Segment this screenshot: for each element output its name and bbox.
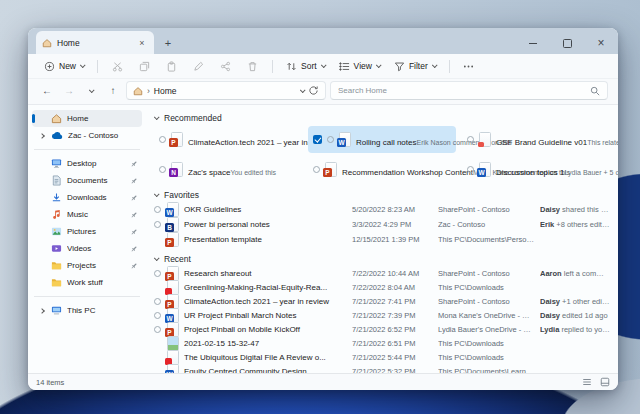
file-name: 2021-02-15 15-32-47 — [184, 339, 352, 348]
copy-button[interactable] — [132, 58, 157, 75]
window-controls — [516, 31, 618, 55]
expand-chevron-icon[interactable] — [38, 309, 46, 313]
sync-status-icon — [154, 270, 161, 277]
sidebar-item-music[interactable]: Music — [32, 206, 142, 223]
file-row[interactable]: Equity Centred Community Design 7/21/202… — [154, 364, 610, 373]
chevron-down-icon — [320, 62, 326, 68]
section-header-recommended[interactable]: Recommended — [154, 110, 610, 125]
sidebar-item-documents[interactable]: Documents — [32, 172, 142, 189]
file-row[interactable]: The Ubiquitous Digital File A Review o..… — [154, 350, 610, 364]
paste-icon — [166, 61, 177, 72]
details-view-icon[interactable] — [582, 377, 592, 387]
file-row[interactable]: Greenlining-Making-Racial-Equity-Rea... … — [154, 280, 610, 294]
large-icons-view-icon[interactable] — [600, 377, 610, 387]
minimize-button[interactable] — [516, 31, 550, 55]
filter-icon — [394, 61, 405, 72]
sidebar-item-downloads[interactable]: Downloads — [32, 189, 142, 206]
breadcrumb-item-home[interactable]: Home — [154, 86, 177, 96]
recommended-card[interactable]: ClimateAction.tech 2021 – year in...Dais… — [154, 126, 302, 153]
recommended-card[interactable]: Recommendation Workshop ContentMona Kane… — [308, 156, 456, 183]
file-name: Presentation template — [184, 235, 352, 244]
sidebar-item-desktop[interactable]: Desktop — [32, 155, 142, 172]
chevron-down-icon — [376, 62, 382, 68]
sidebar-item-work-stuff[interactable]: Work stuff — [32, 274, 142, 291]
file-row[interactable]: ClimateAction.tech 2021 – year in review… — [154, 294, 610, 308]
new-button[interactable]: New — [38, 58, 90, 75]
collapse-chevron-icon[interactable] — [154, 114, 160, 120]
file-location: This PC\Downloads — [438, 283, 540, 292]
file-row[interactable]: 2021-02-15 15-32-47 7/21/2022 6:51 PM Th… — [154, 336, 610, 350]
sidebar-item-videos[interactable]: Videos — [32, 240, 142, 257]
activity-actor: Daisy — [540, 297, 560, 306]
breadcrumb[interactable]: Home — [126, 81, 326, 100]
close-button[interactable] — [584, 31, 618, 55]
file-location: SharePoint - Contoso — [438, 205, 540, 214]
expand-chevron-icon[interactable] — [38, 134, 46, 138]
cut-button[interactable] — [105, 58, 130, 75]
sidebar-item-label: This PC — [67, 306, 138, 315]
checkbox-checked-icon[interactable] — [313, 135, 322, 144]
search-input[interactable] — [338, 86, 584, 95]
pictures-icon — [51, 226, 62, 237]
new-tab-button[interactable]: + — [160, 35, 176, 51]
activity-action: +8 others edited 2m ago — [554, 220, 610, 229]
paste-button[interactable] — [159, 58, 184, 75]
file-row[interactable]: Project Pinball on Mobile KickOff 7/21/2… — [154, 322, 610, 336]
file-location: This PC\Downloads — [438, 339, 540, 348]
recommended-card-selected[interactable]: Rolling call notesErik Nason commented o… — [308, 126, 456, 153]
share-icon — [220, 61, 231, 72]
tab-close-icon[interactable] — [136, 37, 148, 49]
search-box[interactable] — [330, 81, 608, 100]
up-button[interactable]: ↑ — [104, 82, 122, 100]
address-dropdown-icon[interactable] — [300, 87, 306, 93]
sidebar-item-onedrive[interactable]: Zac - Contoso — [32, 127, 142, 144]
file-row[interactable]: Research shareout 7/22/2022 10:44 AM Sha… — [154, 266, 610, 280]
file-location: This PC\Downloads — [438, 353, 540, 362]
sidebar-item-label: Pictures — [67, 227, 125, 236]
collapse-chevron-icon[interactable] — [154, 191, 160, 197]
recommended-card[interactable]: GSF Brand Guideline v01This related to a… — [462, 126, 610, 153]
sort-icon — [286, 61, 297, 72]
section-header-favorites[interactable]: Favorites — [154, 187, 610, 202]
refresh-icon[interactable] — [308, 85, 319, 96]
file-row[interactable]: UR Project Pinball March Notes 7/21/2022… — [154, 308, 610, 322]
maximize-button[interactable] — [550, 31, 584, 55]
sort-button[interactable]: Sort — [280, 58, 331, 75]
delete-icon — [247, 61, 258, 72]
file-date: 7/21/2022 7:41 PM — [352, 297, 438, 306]
share-button[interactable] — [213, 58, 238, 75]
filter-button[interactable]: Filter — [388, 58, 442, 75]
rename-button[interactable] — [186, 58, 211, 75]
delete-button[interactable] — [240, 58, 265, 75]
sidebar-item-this-pc[interactable]: This PC — [32, 302, 142, 319]
file-location: Mona Kane's OneDrive - Contoso — [438, 311, 540, 320]
recommended-card[interactable]: Zac's spaceYou edited this — [154, 156, 302, 183]
activity-actor: Daisy — [540, 205, 560, 214]
file-type-icon — [167, 232, 179, 247]
section-header-recent[interactable]: Recent — [154, 251, 610, 266]
sync-status-icon — [467, 136, 474, 143]
sidebar-item-pictures[interactable]: Pictures — [32, 223, 142, 240]
file-row[interactable]: OKR Guidelines 5/20/2022 8:23 AM SharePo… — [154, 202, 610, 217]
view-button[interactable]: View — [333, 58, 386, 75]
pin-icon — [130, 228, 138, 236]
forward-button[interactable]: → — [60, 82, 78, 100]
sidebar-item-projects[interactable]: Projects — [32, 257, 142, 274]
sync-status-icon — [154, 221, 161, 228]
recent-locations-button[interactable] — [82, 82, 100, 100]
tab-home[interactable]: Home — [36, 31, 154, 54]
file-row[interactable]: Power bi personal notes 3/3/2022 4:29 PM… — [154, 217, 610, 232]
card-title: Recommendation Workshop Content — [342, 168, 473, 177]
navigation-pane: Home Zac - Contoso Desktop — [28, 105, 146, 373]
command-bar: New Sort — [28, 54, 618, 79]
back-button[interactable]: ← — [38, 82, 56, 100]
file-row[interactable]: Presentation template 12/15/2021 1:39 PM… — [154, 232, 610, 247]
sidebar-item-home[interactable]: Home — [32, 110, 142, 127]
new-plus-icon — [44, 61, 55, 72]
see-more-button[interactable] — [457, 58, 480, 75]
collapse-chevron-icon[interactable] — [154, 255, 160, 261]
sidebar-item-label: Downloads — [67, 193, 125, 202]
recommended-card[interactable]: Discussion topics 1Lydia Bauer + 5 other… — [462, 156, 610, 183]
file-name: UR Project Pinball March Notes — [184, 311, 352, 320]
file-activity: Aaron left a comment 5m ago — [540, 269, 610, 278]
